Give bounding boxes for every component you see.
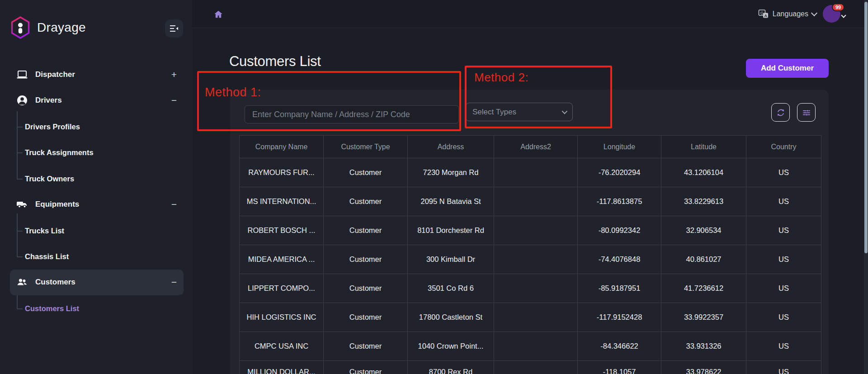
- sidebar-item-label: Drivers Profiles: [25, 123, 80, 131]
- tree-connector: [17, 231, 23, 232]
- table-cell: 1040 Crown Point...: [408, 332, 494, 361]
- table-cell: -74.4076848: [578, 245, 661, 274]
- sidebar-item-truck-assignments[interactable]: Truck Assignments: [0, 143, 192, 161]
- languages-dropdown[interactable]: G A Languages: [758, 9, 816, 19]
- table-row[interactable]: MILLION DOLLAR...Customer8700 Rex Rd-118…: [240, 361, 821, 374]
- collapse-icon[interactable]: −: [169, 199, 179, 210]
- sidebar-item-label: Dispatcher: [35, 70, 75, 79]
- table-cell: 17800 Castleton St: [408, 303, 494, 332]
- expand-icon[interactable]: +: [169, 69, 179, 80]
- table-cell: 33.931326: [661, 332, 746, 361]
- column-header-address2: Address2: [494, 136, 578, 158]
- refresh-button[interactable]: [771, 103, 790, 122]
- sidebar-item-label: Customers List: [25, 304, 79, 313]
- laptop-icon: [16, 69, 28, 80]
- sidebar-item-trucks-list[interactable]: Trucks List: [0, 222, 192, 240]
- table-cell: [494, 187, 578, 216]
- table-cell: -80.0992342: [578, 216, 661, 245]
- table-cell: RAYMOURS FUR...: [240, 158, 324, 187]
- svg-text:A: A: [764, 14, 767, 18]
- table-cell: [494, 245, 578, 274]
- table-cell: US: [746, 303, 821, 332]
- table-cell: 8101 Dorchester Rd: [408, 216, 494, 245]
- sidebar-item-label: Equipments: [35, 200, 79, 209]
- sidebar-item-label: Truck Owners: [25, 175, 74, 183]
- sidebar-item-drivers[interactable]: Drivers−: [0, 91, 192, 109]
- sidebar-item-equipments[interactable]: Equipments−: [0, 195, 192, 213]
- table-cell: [494, 332, 578, 361]
- table-cell: 40.861027: [661, 245, 746, 274]
- table-cell: -118.1057: [578, 361, 661, 374]
- sidebar-collapse-button[interactable]: [165, 19, 183, 38]
- table-cell: 3501 Co Rd 6: [408, 274, 494, 303]
- page-scrollbar[interactable]: [864, 0, 868, 374]
- user-menu[interactable]: 99: [823, 3, 849, 25]
- tree-connector: [17, 256, 23, 257]
- table-row[interactable]: ROBERT BOSCH ...Customer8101 Dorchester …: [240, 216, 821, 245]
- table-row[interactable]: MIDEA AMERICA ...Customer300 Kimball Dr-…: [240, 245, 821, 274]
- table-cell: MIDEA AMERICA ...: [240, 245, 324, 274]
- scrollbar-thumb[interactable]: [864, 2, 868, 253]
- home-icon[interactable]: [213, 9, 223, 19]
- table-cell: MILLION DOLLAR...: [240, 361, 324, 374]
- truck-icon: [16, 199, 28, 210]
- add-customer-button[interactable]: Add Customer: [746, 59, 829, 78]
- sidebar-item-chassis-list[interactable]: Chassis List: [0, 247, 192, 265]
- app-logo[interactable]: Drayage: [10, 16, 86, 39]
- table-cell: US: [746, 187, 821, 216]
- table-cell: Customer: [324, 361, 408, 374]
- column-header-latitude: Latitude: [661, 136, 746, 158]
- tree-connector: [17, 152, 23, 153]
- table-cell: Customer: [324, 216, 408, 245]
- chevron-down-icon: [811, 10, 817, 16]
- sidebar-item-dispatcher[interactable]: Dispatcher+: [0, 66, 192, 84]
- tree-connector: [17, 179, 23, 180]
- table-row[interactable]: RAYMOURS FUR...Customer7230 Morgan Rd-76…: [240, 158, 821, 187]
- tree-connector: [17, 295, 18, 308]
- table-cell: MS INTERNATION...: [240, 187, 324, 216]
- users-icon: [16, 276, 28, 288]
- table-row[interactable]: HIH LOGISTICS INCCustomer17800 Castleton…: [240, 303, 821, 332]
- table-cell: US: [746, 158, 821, 187]
- table-cell: [494, 361, 578, 374]
- method1-annotation-label: Method 1:: [205, 85, 261, 99]
- collapse-icon[interactable]: −: [169, 277, 179, 288]
- table-cell: CMPC USA INC: [240, 332, 324, 361]
- table-cell: US: [746, 332, 821, 361]
- user-circle-icon: [16, 95, 28, 106]
- table-cell: -85.9187951: [578, 274, 661, 303]
- page-title: Customers List: [229, 53, 321, 70]
- menu-fold-icon: [170, 24, 179, 33]
- table-cell: Customer: [324, 187, 408, 216]
- translate-icon: G A: [758, 9, 769, 19]
- sidebar-item-customers[interactable]: Customers−: [0, 273, 192, 291]
- table-cell: 33.978622: [661, 361, 746, 374]
- table-cell: Customer: [324, 158, 408, 187]
- table-row[interactable]: MS INTERNATION...Customer2095 N Batavia …: [240, 187, 821, 216]
- collapse-icon[interactable]: −: [169, 95, 179, 106]
- sidebar-item-truck-owners[interactable]: Truck Owners: [0, 170, 192, 188]
- languages-label: Languages: [773, 10, 808, 18]
- table-cell: Customer: [324, 245, 408, 274]
- filter-button[interactable]: [797, 103, 816, 122]
- table-cell: [494, 158, 578, 187]
- column-header-longitude: Longitude: [578, 136, 661, 158]
- table-cell: 2095 N Batavia St: [408, 187, 494, 216]
- table-cell: Customer: [324, 332, 408, 361]
- table-row[interactable]: LIPPERT COMPO...Customer3501 Co Rd 6-85.…: [240, 274, 821, 303]
- table-cell: US: [746, 216, 821, 245]
- customers-table: Company NameCustomer TypeAddressAddress2…: [239, 135, 821, 374]
- sidebar-item-label: Chassis List: [25, 252, 69, 261]
- table-cell: 300 Kimball Dr: [408, 245, 494, 274]
- sidebar-item-customers-list[interactable]: Customers List: [0, 299, 192, 317]
- app-name: Drayage: [37, 20, 86, 35]
- table-cell: 41.7236612: [661, 274, 746, 303]
- table-cell: -117.9152428: [578, 303, 661, 332]
- table-cell: [494, 274, 578, 303]
- chevron-down-icon[interactable]: [841, 13, 846, 18]
- table-cell: HIH LOGISTICS INC: [240, 303, 324, 332]
- table-cell: 7230 Morgan Rd: [408, 158, 494, 187]
- sidebar-item-label: Customers: [35, 278, 75, 287]
- sidebar-item-drivers-profiles[interactable]: Drivers Profiles: [0, 118, 192, 136]
- table-row[interactable]: CMPC USA INCCustomer1040 Crown Point...-…: [240, 332, 821, 361]
